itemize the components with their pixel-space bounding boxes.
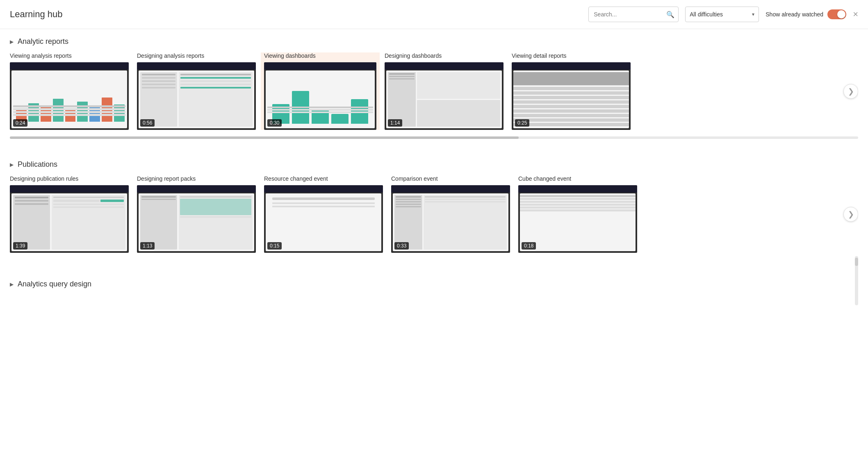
difficulty-dropdown[interactable]: All difficulties ▾ (685, 7, 759, 22)
duration-comparison-event: 0:33 (394, 242, 409, 250)
duration-resource-changed: 0:15 (267, 242, 282, 250)
search-container: 🔍 (588, 7, 679, 22)
header-controls: 🔍 All difficulties ▾ Show already watche… (588, 7, 858, 22)
section-title-publications: Publications (18, 160, 57, 169)
thumbnail-designing-analysis: 0:56 (137, 62, 256, 130)
search-input[interactable] (588, 7, 679, 22)
section-analytic-reports: ▶ Analytic reports Viewing analysis repo… (10, 29, 858, 139)
card-title-viewing-dashboards: Viewing dashboards (264, 52, 376, 59)
duration-designing-dashboards: 1:14 (388, 119, 402, 127)
card-viewing-dashboards[interactable]: Viewing dashboards (261, 52, 380, 130)
header: Learning hub 🔍 All difficulties ▾ Show a… (0, 0, 868, 29)
thumbnail-viewing-detail: 0:25 (512, 62, 631, 130)
duration-viewing-analysis: 0:24 (13, 119, 27, 127)
duration-publication-rules: 1:39 (13, 242, 27, 250)
section-arrow-analytics-query: ▶ (10, 281, 14, 287)
close-button[interactable]: × (853, 10, 858, 19)
chevron-down-icon: ▾ (752, 11, 754, 17)
section-analytics-query: ▶ Analytics query design (10, 272, 858, 295)
analytic-next-arrow[interactable]: ❯ (843, 84, 858, 99)
duration-designing-analysis: 0:56 (140, 119, 155, 127)
card-title-publication-rules: Designing publication rules (10, 175, 129, 182)
duration-viewing-detail: 0:25 (515, 119, 529, 127)
card-comparison-event[interactable]: Comparison event (391, 175, 510, 253)
main-content: ▶ Analytic reports Viewing analysis repo… (0, 29, 868, 318)
thumbnail-viewing-dashboards: 0:30 (264, 62, 376, 130)
section-title-analytics-query: Analytics query design (18, 280, 91, 288)
card-title-viewing-detail: Viewing detail reports (512, 52, 631, 59)
card-designing-dashboards[interactable]: Designing dashboards (385, 52, 503, 130)
analytic-scrollbar-thumb (10, 136, 519, 139)
window-title: Learning hub (10, 9, 62, 20)
thumbnail-comparison-event: 0:33 (391, 185, 510, 253)
card-publication-rules[interactable]: Designing publication rules (10, 175, 129, 253)
card-report-packs[interactable]: Designing report packs (137, 175, 256, 253)
card-resource-changed[interactable]: Resource changed event 0:15 (264, 175, 383, 253)
card-title-designing-analysis: Designing analysis reports (137, 52, 256, 59)
card-title-viewing-analysis: Viewing analysis reports (10, 52, 129, 59)
publications-next-arrow[interactable]: ❯ (843, 207, 858, 222)
section-publications: ▶ Publications Designing publication rul… (10, 152, 858, 259)
duration-report-packs: 1:13 (140, 242, 155, 250)
card-title-designing-dashboards: Designing dashboards (385, 52, 503, 59)
section-title-analytic: Analytic reports (18, 37, 68, 46)
section-arrow-publications: ▶ (10, 162, 14, 168)
cards-row-analytic: Viewing analysis reports (10, 52, 858, 130)
cards-row-publications: Designing publication rules (10, 175, 858, 253)
section-arrow-analytic: ▶ (10, 39, 14, 45)
card-title-resource-changed: Resource changed event (264, 175, 383, 182)
thumbnail-designing-dashboards: 1:14 (385, 62, 503, 130)
thumbnail-resource-changed: 0:15 (264, 185, 383, 253)
thumbnail-viewing-analysis: 0:24 (10, 62, 129, 130)
duration-viewing-dashboards: 0:30 (267, 119, 282, 127)
card-title-cube-changed: Cube changed event (518, 175, 637, 182)
analytic-scrollbar-track[interactable] (10, 136, 858, 139)
watched-toggle-container: Show already watched (765, 9, 846, 19)
thumbnail-report-packs: 1:13 (137, 185, 256, 253)
card-title-report-packs: Designing report packs (137, 175, 256, 182)
card-viewing-detail[interactable]: Viewing detail reports (512, 52, 631, 130)
difficulty-label: All difficulties (690, 11, 723, 18)
thumbnail-publication-rules: 1:39 (10, 185, 129, 253)
card-designing-analysis[interactable]: Designing analysis reports (137, 52, 256, 130)
section-header-publications[interactable]: ▶ Publications (10, 152, 858, 175)
section-header-analytic-reports[interactable]: ▶ Analytic reports (10, 29, 858, 52)
section-header-analytics-query[interactable]: ▶ Analytics query design (10, 272, 858, 295)
thumbnail-cube-changed: 0:18 (518, 185, 637, 253)
card-title-comparison-event: Comparison event (391, 175, 510, 182)
duration-cube-changed: 0:18 (522, 242, 536, 250)
watched-toggle-switch[interactable] (827, 9, 846, 19)
watched-label: Show already watched (765, 11, 823, 18)
card-cube-changed[interactable]: Cube changed event (518, 175, 637, 253)
card-viewing-analysis[interactable]: Viewing analysis reports (10, 52, 129, 130)
